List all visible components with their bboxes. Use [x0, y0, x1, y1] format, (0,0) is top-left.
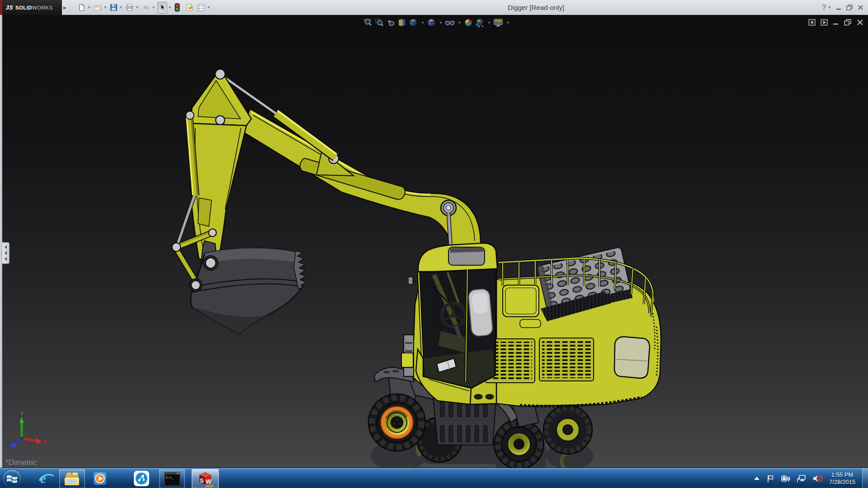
undo-dropdown[interactable]: ▼ — [152, 5, 156, 9]
doc-tile-right-button[interactable] — [821, 19, 828, 26]
zoom-to-area-button[interactable] — [375, 18, 384, 27]
app-hub-icon — [133, 470, 150, 487]
restore-button[interactable] — [846, 5, 853, 10]
print-button[interactable] — [125, 2, 135, 14]
doc-close-button[interactable] — [857, 19, 863, 26]
sw-letter-s: S — [200, 477, 204, 484]
previous-view-icon — [386, 18, 395, 27]
open-button[interactable] — [93, 2, 103, 14]
cab[interactable] — [408, 243, 497, 404]
hide-show-dropdown[interactable]: ▼ — [458, 21, 462, 25]
apply-scene-dropdown[interactable]: ▼ — [487, 21, 491, 25]
view-settings-dropdown[interactable]: ▼ — [506, 21, 510, 25]
taskbar-media-player[interactable] — [89, 469, 111, 488]
brand-bold: SOLID — [15, 5, 32, 10]
collapse-arrow-icon — [5, 251, 7, 255]
windows-flag-icon — [6, 473, 18, 485]
action-center-flag-icon[interactable] — [767, 475, 774, 483]
new-button[interactable] — [77, 2, 86, 14]
start-button[interactable] — [2, 469, 22, 488]
display-style-button[interactable] — [427, 18, 436, 27]
view-orientation-cube-icon — [409, 18, 418, 27]
boom-assembly[interactable] — [222, 76, 481, 264]
folder-icon — [64, 471, 80, 487]
reference-triad: Y X — [10, 410, 47, 447]
heads-up-view-toolbar: ▼ ▼ ▼ — [363, 18, 510, 27]
model-digger[interactable]: Y X — [0, 15, 868, 468]
rebuild-button[interactable] — [174, 2, 181, 14]
printer-icon — [126, 4, 134, 11]
help-dropdown[interactable]: ▼ — [828, 5, 831, 9]
doc-minimize-button[interactable] — [833, 19, 839, 26]
bucket[interactable] — [189, 241, 306, 334]
close-button[interactable] — [858, 5, 863, 10]
taskbar-app-hub[interactable] — [129, 469, 154, 488]
side-grille-panels — [485, 338, 594, 383]
select-dropdown[interactable]: ▼ — [168, 5, 172, 9]
view-settings-monitor-icon — [493, 18, 503, 27]
appearance-sphere-icon — [464, 18, 473, 27]
minimize-button[interactable] — [836, 5, 842, 10]
options-dropdown[interactable]: ▼ — [207, 5, 211, 9]
command-prompt-icon: C:\_ — [164, 472, 180, 486]
print-dropdown[interactable]: ▼ — [136, 5, 139, 9]
view-orientation-dropdown[interactable]: ▼ — [421, 21, 425, 25]
doc-restore-button[interactable] — [844, 19, 852, 26]
clock-date: 7/28/2015 — [825, 479, 860, 486]
undo-button[interactable] — [141, 2, 151, 14]
zoom-to-fit-button[interactable] — [363, 18, 373, 27]
featuremanager-collapse-tab[interactable] — [2, 242, 9, 264]
taskbar-internet-explorer[interactable]: e — [36, 469, 57, 488]
taskbar-windows-explorer[interactable] — [59, 469, 85, 488]
zoom-to-area-icon — [375, 18, 384, 27]
featuremanager-splitter[interactable] — [0, 15, 2, 468]
new-dropdown[interactable]: ▼ — [87, 5, 91, 9]
graphics-area[interactable]: Y X — [0, 15, 868, 468]
file-properties-button[interactable] — [184, 2, 194, 14]
options-icon — [197, 4, 205, 11]
open-dropdown[interactable]: ▼ — [104, 5, 107, 9]
ds-logo-glyph: 3S — [5, 4, 14, 11]
show-hidden-icons-button[interactable] — [754, 476, 760, 481]
hide-show-items-button[interactable] — [445, 18, 455, 27]
rear-window — [614, 337, 650, 378]
help-button[interactable]: ? — [822, 4, 826, 12]
view-orientation-button[interactable] — [409, 18, 418, 27]
taskbar-solidworks[interactable]: S W 2015 — [192, 469, 219, 488]
apply-scene-button[interactable] — [475, 18, 484, 27]
menu-expand-chevron[interactable]: ▶ — [62, 0, 68, 15]
cmd-prompt-text: C:\_ — [166, 476, 174, 479]
triad-y-label: Y — [20, 410, 24, 417]
quick-access-toolbar: ▼ ▼ ▼ ▼ — [77, 0, 212, 15]
power-battery-icon[interactable] — [781, 475, 790, 482]
taskbar-clock[interactable]: 1:55 PM 7/28/2015 — [825, 468, 860, 488]
solidworks-2015-icon: S W 2015 — [196, 470, 214, 488]
deck-hatch — [503, 285, 539, 317]
window-controls: ? ▼ — [822, 0, 863, 15]
options-button[interactable] — [196, 2, 206, 14]
view-orientation-label: *Dimetric — [5, 458, 37, 467]
volume-muted-icon[interactable] — [813, 474, 823, 483]
collapse-arrow-icon — [5, 245, 7, 249]
wheel-front-selected[interactable] — [368, 394, 425, 451]
title-bar: 3S SOLID WORKS ▶ ▼ ▼ — [0, 0, 868, 15]
section-view-button[interactable] — [397, 18, 406, 27]
display-style-dropdown[interactable]: ▼ — [439, 21, 443, 25]
sw-year-label: 2015 — [205, 484, 213, 488]
doc-tile-left-button[interactable] — [808, 19, 816, 26]
document-window-controls — [808, 19, 863, 26]
previous-view-button[interactable] — [386, 18, 395, 27]
save-button[interactable] — [109, 2, 118, 14]
internet-explorer-icon: e — [38, 471, 55, 486]
solidworks-window: 3S SOLID WORKS ▶ ▼ ▼ — [0, 0, 868, 488]
view-settings-button[interactable] — [493, 18, 503, 27]
edit-appearance-button[interactable] — [464, 18, 473, 27]
select-button[interactable] — [157, 2, 167, 14]
wheel-rear-far[interactable] — [543, 405, 592, 454]
solidworks-logo: 3S SOLID WORKS — [2, 0, 62, 15]
taskbar-command-prompt[interactable]: C:\_ — [159, 469, 185, 488]
save-dropdown[interactable]: ▼ — [119, 5, 123, 9]
open-folder-icon — [94, 4, 102, 11]
network-icon[interactable] — [797, 475, 806, 483]
show-desktop-button[interactable] — [862, 468, 868, 488]
